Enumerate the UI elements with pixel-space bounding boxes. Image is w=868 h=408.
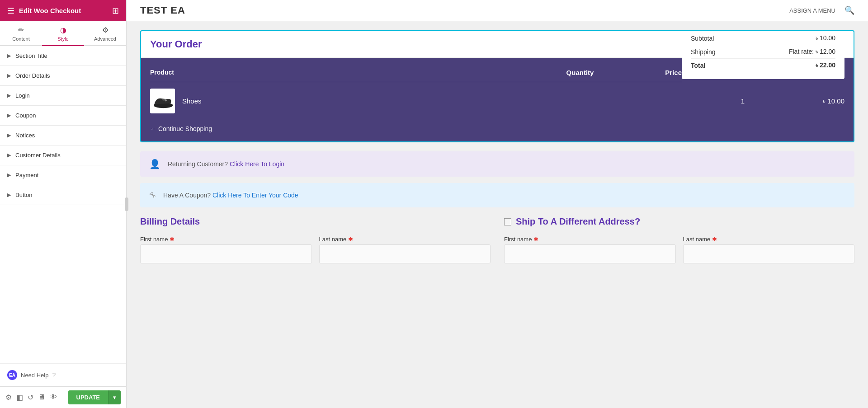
desktop-icon[interactable]: 🖥 xyxy=(38,393,45,402)
top-nav: TEST EA ASSIGN A MENU 🔍 xyxy=(127,0,868,21)
summary-row-shipping: Shipping Flat rate: ৳ 12.00 xyxy=(691,45,835,59)
search-icon[interactable]: 🔍 xyxy=(844,5,854,15)
tab-advanced[interactable]: ⚙ Advanced xyxy=(84,21,126,46)
eye-icon[interactable]: 👁 xyxy=(50,393,57,402)
shipping-value: Flat rate: ৳ 12.00 xyxy=(789,48,835,56)
login-link[interactable]: Click Here To Login xyxy=(230,160,284,168)
sidebar-footer: EA Need Help ? xyxy=(0,363,126,386)
coupon-icon: ✂ xyxy=(146,189,158,201)
accordion-notices[interactable]: ▶ Notices xyxy=(0,126,126,145)
billing-last-name-label: Last name ✱ xyxy=(319,236,491,243)
help-icon[interactable]: ? xyxy=(52,371,56,379)
update-button[interactable]: UPDATE xyxy=(68,390,108,404)
history-icon[interactable]: ↺ xyxy=(28,393,33,402)
tab-content-label: Content xyxy=(12,36,30,42)
shoe-image xyxy=(151,92,174,110)
sidebar: ☰ Edit Woo Checkout ⊞ ✏ Content ◑ Style … xyxy=(0,0,127,408)
col-product-header: Product xyxy=(150,69,546,76)
sidebar-header: ☰ Edit Woo Checkout ⊞ xyxy=(0,0,126,21)
gear-icon: ⚙ xyxy=(102,26,108,34)
coupon-text: Have A Coupon? Click Here To Enter Your … xyxy=(163,192,298,199)
chevron-icon: ▶ xyxy=(7,172,11,178)
accordion-label: Login xyxy=(15,92,30,99)
chevron-icon: ▶ xyxy=(7,152,11,158)
accordion-customer-details[interactable]: ▶ Customer Details xyxy=(0,145,126,165)
accordion-label: Coupon xyxy=(15,112,36,119)
tab-content[interactable]: ✏ Content xyxy=(0,21,42,46)
style-icon: ◑ xyxy=(60,26,66,34)
accordion-label: Button xyxy=(15,192,33,198)
sidebar-toolbar: ⚙ ◧ ↺ 🖥 👁 UPDATE ▾ xyxy=(0,386,126,408)
resize-dot xyxy=(125,197,128,211)
coupon-bar: ✂ Have A Coupon? Click Here To Enter You… xyxy=(140,183,854,207)
site-title: TEST EA xyxy=(140,5,185,16)
sidebar-title: Edit Woo Checkout xyxy=(19,7,81,14)
billing-last-name-group: Last name ✱ xyxy=(319,236,491,263)
shipping-first-name-label: First name ✱ xyxy=(504,236,676,243)
billing-first-name-label: First name ✱ xyxy=(140,236,312,243)
accordion-button[interactable]: ▶ Button xyxy=(0,185,126,205)
product-quantity: 1 xyxy=(709,97,777,105)
accordion-section-title[interactable]: ▶ Section Title xyxy=(0,46,126,66)
grid-icon[interactable]: ⊞ xyxy=(112,6,119,16)
accordion-order-details[interactable]: ▶ Order Details xyxy=(0,66,126,86)
ship-title: Ship To A Different Address? xyxy=(516,216,640,227)
coupon-link[interactable]: Click Here To Enter Your Code xyxy=(212,192,298,199)
subtotal-label: Subtotal xyxy=(691,35,714,42)
accordion-list: ▶ Section Title ▶ Order Details ▶ Login … xyxy=(0,46,126,363)
total-label: Total xyxy=(691,62,705,69)
continue-shopping-link[interactable]: ← Continue Shopping xyxy=(150,125,212,132)
chevron-icon: ▶ xyxy=(7,53,11,59)
pencil-icon: ✏ xyxy=(18,26,24,34)
order-summary-box: Subtotal ৳ 10.00 Shipping Flat rate: ৳ 1… xyxy=(682,30,844,79)
nav-right: ASSIGN A MENU 🔍 xyxy=(789,5,854,15)
shipping-last-name-label: Last name ✱ xyxy=(683,236,855,243)
billing-name-row: First name ✱ Last name ✱ xyxy=(140,236,491,263)
billing-title: Billing Details xyxy=(140,216,491,227)
accordion-payment[interactable]: ▶ Payment xyxy=(0,165,126,185)
tab-style-label: Style xyxy=(57,36,68,42)
shipping-label: Shipping xyxy=(691,48,716,56)
resize-handle[interactable] xyxy=(124,0,128,408)
accordion-label: Customer Details xyxy=(15,152,61,159)
shipping-first-name-group: First name ✱ xyxy=(504,236,676,263)
shipping-column: Ship To A Different Address? First name … xyxy=(504,216,854,271)
shipping-last-name-input[interactable] xyxy=(683,244,855,263)
assign-menu-link[interactable]: ASSIGN A MENU xyxy=(789,7,835,14)
sidebar-tabs: ✏ Content ◑ Style ⚙ Advanced xyxy=(0,21,126,46)
ea-badge: EA xyxy=(7,370,17,380)
accordion-label: Payment xyxy=(15,172,38,178)
product-price: ৳ 10.00 xyxy=(777,97,844,105)
ship-different-checkbox[interactable] xyxy=(504,218,511,225)
accordion-login[interactable]: ▶ Login xyxy=(0,86,126,106)
tab-style[interactable]: ◑ Style xyxy=(42,21,84,46)
required-star: ✱ xyxy=(533,236,538,243)
summary-row-total: Total ৳ 22.00 xyxy=(691,59,835,72)
update-dropdown-button[interactable]: ▾ xyxy=(108,390,121,404)
need-help-text[interactable]: Need Help xyxy=(21,372,48,379)
continue-shopping-row: ← Continue Shopping xyxy=(150,120,844,134)
shipping-last-name-group: Last name ✱ xyxy=(683,236,855,263)
hamburger-icon[interactable]: ☰ xyxy=(7,6,14,16)
billing-last-name-input[interactable] xyxy=(319,244,491,263)
settings-icon[interactable]: ⚙ xyxy=(5,393,12,402)
billing-first-name-input[interactable] xyxy=(140,244,312,263)
user-icon: 👤 xyxy=(149,159,160,169)
product-thumbnail xyxy=(150,89,175,113)
layers-icon[interactable]: ◧ xyxy=(16,393,23,402)
required-star: ✱ xyxy=(170,236,175,243)
order-table-section: Subtotal ৳ 10.00 Shipping Flat rate: ৳ 1… xyxy=(141,58,854,141)
accordion-coupon[interactable]: ▶ Coupon xyxy=(0,106,126,126)
update-btn-group: UPDATE ▾ xyxy=(68,390,121,404)
accordion-label: Order Details xyxy=(15,72,50,79)
chevron-icon: ▶ xyxy=(7,132,11,138)
product-name: Shoes xyxy=(182,97,202,105)
required-star: ✱ xyxy=(712,236,717,243)
col-price-header: Price xyxy=(614,69,682,76)
shipping-name-row: First name ✱ Last name ✱ xyxy=(504,236,854,263)
tab-advanced-label: Advanced xyxy=(94,36,116,42)
accordion-label: Notices xyxy=(15,132,35,139)
shipping-first-name-input[interactable] xyxy=(504,244,676,263)
total-value: ৳ 22.00 xyxy=(816,61,835,69)
chevron-icon: ▶ xyxy=(7,192,11,198)
